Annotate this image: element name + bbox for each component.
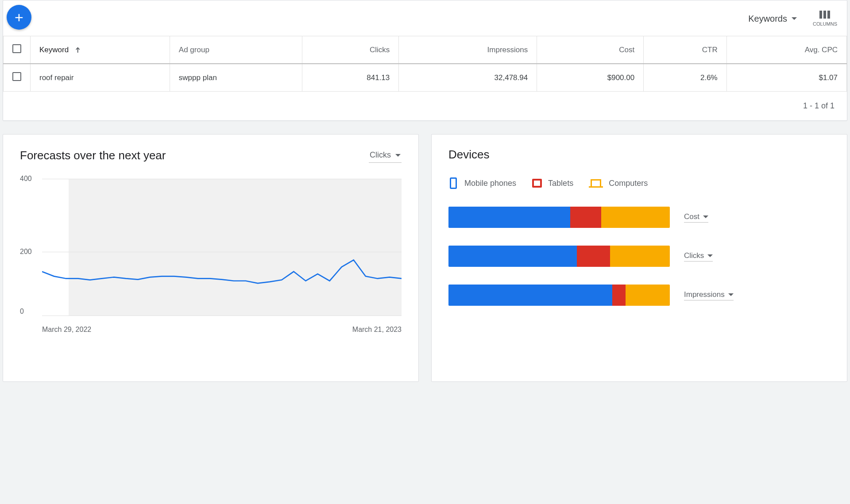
segment-label: Keywords: [748, 14, 787, 24]
segment-tablet: [612, 285, 626, 306]
forecast-title: Forecasts over the next year: [20, 149, 166, 162]
device-metric-dropdown[interactable]: Impressions: [684, 290, 734, 300]
tablet-icon: [532, 177, 542, 189]
chart-xlabels: March 29, 2022 March 21, 2023: [42, 326, 402, 334]
panels-row: Forecasts over the next year Clicks 400 …: [0, 134, 850, 382]
device-metric-label: Clicks: [684, 251, 704, 260]
select-all-checkbox[interactable]: [12, 44, 21, 53]
legend-desktop: Computers: [589, 177, 648, 189]
row-select-cell: [4, 64, 31, 92]
cell-keyword: roof repair: [31, 64, 170, 92]
segment-mobile: [448, 285, 612, 306]
col-ad-group[interactable]: Ad group: [170, 36, 302, 64]
keywords-table: Keyword ➔ Ad group Clicks Impressions Co…: [3, 36, 847, 92]
device-metric-dropdown[interactable]: Cost: [684, 212, 708, 223]
chevron-down-icon: [792, 17, 797, 20]
cell-avg-cpc: $1.07: [726, 64, 846, 92]
legend-tablet: Tablets: [532, 177, 573, 189]
device-bar: [448, 285, 670, 306]
devices-title: Devices: [448, 148, 489, 162]
keywords-table-card: + Keywords COLUMNS Keyword ➔: [3, 0, 847, 121]
cell-cost: $900.00: [537, 64, 644, 92]
forecast-metric-label: Clicks: [370, 150, 391, 160]
col-avg-cpc[interactable]: Avg. CPC: [726, 36, 846, 64]
chevron-down-icon: [395, 154, 401, 157]
segment-mobile: [448, 207, 570, 228]
page-root: + Keywords COLUMNS Keyword ➔: [0, 0, 850, 382]
forecast-panel: Forecasts over the next year Clicks 400 …: [3, 134, 419, 382]
segment-tablet: [577, 246, 610, 267]
ytick: 400: [20, 175, 32, 183]
forecast-header: Forecasts over the next year Clicks: [20, 148, 402, 163]
device-bar: [448, 207, 670, 228]
table-header-row: Keyword ➔ Ad group Clicks Impressions Co…: [4, 36, 847, 64]
legend-mobile: Mobile phones: [448, 177, 516, 189]
chevron-down-icon: [728, 293, 734, 296]
cell-ctr: 2.6%: [644, 64, 727, 92]
table-row[interactable]: roof repair swppp plan 841.13 32,478.94 …: [4, 64, 847, 92]
segment-desktop: [626, 285, 670, 306]
columns-icon: [819, 11, 830, 19]
device-metric-label: Impressions: [684, 290, 725, 299]
col-keyword-label: Keyword: [39, 46, 69, 54]
device-bar-row: Impressions: [448, 285, 830, 306]
segment-desktop: [601, 207, 670, 228]
device-bar-row: Clicks: [448, 246, 830, 267]
cell-clicks: 841.13: [302, 64, 399, 92]
col-clicks[interactable]: Clicks: [302, 36, 399, 64]
segment-dropdown[interactable]: Keywords: [748, 14, 797, 24]
forecast-line: [42, 179, 402, 365]
legend-desktop-label: Computers: [609, 179, 648, 188]
ytick: 0: [20, 308, 24, 315]
chevron-down-icon: [703, 215, 708, 218]
columns-label: COLUMNS: [813, 21, 837, 27]
table-toolbar: + Keywords COLUMNS: [3, 0, 847, 36]
devices-panel: Devices Mobile phones Tablets Computers …: [431, 134, 847, 382]
col-cost[interactable]: Cost: [537, 36, 644, 64]
forecast-chart: 400 200 0 March 29, 2022 March 21, 2023: [20, 179, 402, 325]
row-checkbox[interactable]: [12, 72, 21, 81]
chevron-down-icon: [707, 254, 713, 257]
col-ctr[interactable]: CTR: [644, 36, 727, 64]
devices-header: Devices: [448, 148, 830, 162]
col-keyword[interactable]: Keyword ➔: [31, 36, 170, 64]
cell-ad-group: swppp plan: [170, 64, 302, 92]
legend-mobile-label: Mobile phones: [464, 179, 516, 188]
xlabel-start: March 29, 2022: [42, 326, 91, 334]
segment-desktop: [610, 246, 670, 267]
segment-tablet: [570, 207, 601, 228]
legend-tablet-label: Tablets: [548, 179, 573, 188]
col-impressions[interactable]: Impressions: [399, 36, 537, 64]
device-metric-dropdown[interactable]: Clicks: [684, 251, 713, 262]
phone-icon: [448, 177, 458, 189]
cell-impressions: 32,478.94: [399, 64, 537, 92]
select-all-cell: [4, 36, 31, 64]
ytick: 200: [20, 248, 32, 256]
sort-asc-icon: ➔: [73, 47, 82, 53]
add-keyword-button[interactable]: +: [7, 5, 31, 30]
pagination: 1 - 1 of 1: [3, 92, 847, 120]
columns-button[interactable]: COLUMNS: [813, 11, 837, 27]
xlabel-end: March 21, 2023: [352, 326, 402, 334]
devices-legend: Mobile phones Tablets Computers: [448, 177, 830, 189]
device-metric-label: Cost: [684, 212, 699, 221]
forecast-metric-dropdown[interactable]: Clicks: [369, 148, 402, 163]
laptop-icon: [589, 177, 603, 189]
device-bars: CostClicksImpressions: [448, 207, 830, 306]
device-bar-row: Cost: [448, 207, 830, 228]
device-bar: [448, 246, 670, 267]
segment-mobile: [448, 246, 577, 267]
